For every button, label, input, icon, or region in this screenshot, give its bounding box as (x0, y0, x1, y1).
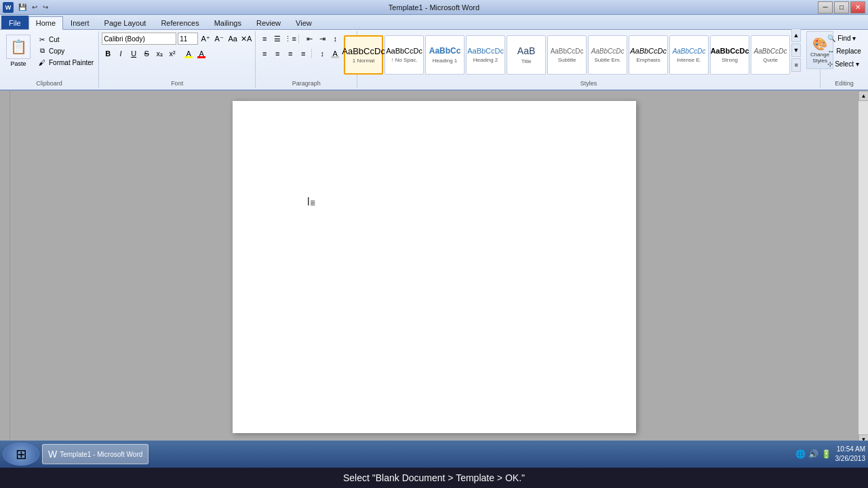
shrink-font-button[interactable]: A⁻ (213, 33, 225, 45)
tab-mailings[interactable]: Mailings (207, 16, 249, 29)
align-right-button[interactable]: ≡ (284, 47, 296, 60)
grow-font-button[interactable]: A⁺ (199, 33, 212, 45)
superscript-button[interactable]: x² (166, 47, 178, 60)
style-heading2-preview: AaBbCcDc (467, 47, 504, 56)
close-button[interactable]: ✕ (850, 1, 865, 14)
style-emphasis-label: Emphasis (637, 57, 660, 63)
scroll-up-button[interactable]: ▲ (859, 91, 868, 101)
line-spacing-button[interactable]: ↕ (316, 47, 328, 60)
right-scrollbar: ▲ ▼ (858, 91, 868, 445)
cut-button[interactable]: ✂ Cut (35, 34, 96, 45)
align-left-button[interactable]: ≡ (258, 47, 271, 60)
clock-time: 10:54 AM (835, 445, 866, 454)
tab-page-layout[interactable]: Page Layout (97, 16, 154, 29)
justify-button[interactable]: ≡ (297, 47, 309, 60)
style-quote-label: Quote (763, 57, 778, 63)
multilevel-button[interactable]: ⋮≡ (284, 33, 296, 45)
style-heading2[interactable]: AaBbCcDc Heading 2 (466, 35, 505, 75)
style-heading1[interactable]: AaBbCc Heading 1 (425, 35, 465, 75)
bullets-button[interactable]: ≡ (258, 33, 271, 45)
tab-file[interactable]: File (1, 16, 28, 29)
decrease-indent-button[interactable]: ⇤ (303, 33, 315, 45)
style-no-spacing[interactable]: AaBbCcDc ↑ No Spac. (384, 35, 424, 75)
italic-button[interactable]: I (115, 47, 127, 60)
underline-button[interactable]: U (127, 47, 140, 60)
highlight-button[interactable]: A (182, 47, 195, 60)
document-container: I≣ (10, 91, 858, 445)
paste-button[interactable]: 📋 Paste (3, 33, 34, 69)
style-strong-preview: AaBbCcDc (711, 47, 749, 56)
bold-button[interactable]: B (102, 47, 114, 60)
style-title[interactable]: AaB Title (507, 35, 546, 75)
tab-review[interactable]: Review (249, 16, 288, 29)
copy-icon: ⧉ (37, 46, 47, 56)
quick-access-toolbar: 💾 ↩ ↪ (16, 3, 50, 12)
word-taskbar-icon: W (48, 449, 57, 460)
copy-button[interactable]: ⧉ Copy (35, 45, 96, 56)
style-subtle-em-preview: AaBbCcDc (591, 47, 625, 56)
tab-home[interactable]: Home (28, 16, 63, 30)
save-quick-btn[interactable]: 💾 (16, 3, 28, 12)
system-clock: 10:54 AM 3/26/2013 (835, 445, 866, 464)
format-painter-label: Format Painter (49, 59, 94, 66)
style-normal[interactable]: AaBbCcDc 1 Normal (344, 35, 383, 75)
tab-references[interactable]: References (153, 16, 206, 29)
document-page[interactable]: I≣ (233, 101, 636, 433)
sort-button[interactable]: ↕ (329, 33, 341, 45)
styles-scroll-up[interactable]: ▲ (791, 28, 801, 42)
font-group-label: Font (99, 80, 255, 87)
clear-format-button[interactable]: ✕A (240, 33, 252, 45)
style-quote[interactable]: AaBbCcDc Quote (751, 35, 790, 75)
clipboard-group: 📋 Paste ✂ Cut ⧉ Copy 🖌 Format Painter (0, 31, 99, 88)
style-emphasis[interactable]: AaBbCcDc Emphasis (629, 35, 668, 75)
style-quote-preview: AaBbCcDc (754, 47, 787, 56)
style-subtle-em[interactable]: AaBbCcDc Subtle Em. (588, 35, 627, 75)
clipboard-group-label: Clipboard (0, 80, 98, 87)
battery-icon: 🔋 (821, 449, 831, 459)
numbering-button[interactable]: ☰ (271, 33, 283, 45)
tab-view[interactable]: View (288, 16, 319, 29)
clipboard-small-buttons: ✂ Cut ⧉ Copy 🖌 Format Painter (35, 33, 96, 68)
subscript-button[interactable]: x₂ (153, 47, 165, 60)
change-case-button[interactable]: Aa (226, 33, 239, 45)
styles-more[interactable]: ≡ (791, 58, 801, 72)
style-intense-em[interactable]: AaBbCcDc Intense E. (669, 35, 709, 75)
styles-group-label: Styles (357, 80, 820, 87)
left-sidebar (0, 91, 10, 445)
start-button[interactable]: ⊞ (3, 443, 39, 466)
title-bar: W 💾 ↩ ↪ Template1 - Microsoft Word ─ □ ✕ (0, 0, 868, 15)
strikethrough-button[interactable]: S (140, 47, 153, 60)
style-subtitle-label: Subtitle (558, 57, 576, 63)
select-icon: ⊹ (827, 60, 833, 68)
font-name-input[interactable] (102, 33, 176, 45)
maximize-button[interactable]: □ (834, 1, 849, 14)
style-subtitle-preview: AaBbCcDc (551, 47, 584, 56)
style-intense-em-preview: AaBbCcDc (673, 47, 706, 56)
title-bar-left: W 💾 ↩ ↪ (3, 2, 50, 13)
paste-label: Paste (10, 60, 26, 67)
styles-scroll-down[interactable]: ▼ (791, 43, 801, 57)
undo-quick-btn[interactable]: ↩ (30, 3, 39, 12)
font-size-input[interactable] (178, 33, 198, 45)
format-painter-button[interactable]: 🖌 Format Painter (35, 57, 96, 68)
replace-label: Replace (836, 47, 861, 55)
tab-insert[interactable]: Insert (63, 16, 97, 29)
align-center-button[interactable]: ≡ (271, 47, 283, 60)
select-label: Select ▾ (835, 60, 859, 68)
style-strong[interactable]: AaBbCcDc Strong (710, 35, 749, 75)
style-no-spacing-label: ↑ No Spac. (391, 57, 418, 63)
style-subtitle[interactable]: AaBbCcDc Subtitle (547, 35, 587, 75)
minimize-button[interactable]: ─ (818, 1, 833, 14)
find-label: Find ▾ (837, 35, 856, 42)
replace-button[interactable]: ↔ Replace (824, 45, 865, 57)
taskbar-word-button[interactable]: W Template1 - Microsoft Word (42, 444, 149, 464)
font-color-button[interactable]: A (195, 47, 208, 60)
find-button[interactable]: 🔍 Find ▾ (824, 33, 865, 44)
system-tray: 🌐 🔊 🔋 (795, 449, 831, 459)
shading-button[interactable]: A (329, 47, 341, 60)
redo-quick-btn[interactable]: ↪ (41, 3, 50, 12)
select-button[interactable]: ⊹ Select ▾ (824, 58, 865, 70)
style-normal-preview: AaBbCcDc (342, 46, 385, 57)
paste-icon: 📋 (6, 35, 31, 59)
increase-indent-button[interactable]: ⇥ (316, 33, 328, 45)
